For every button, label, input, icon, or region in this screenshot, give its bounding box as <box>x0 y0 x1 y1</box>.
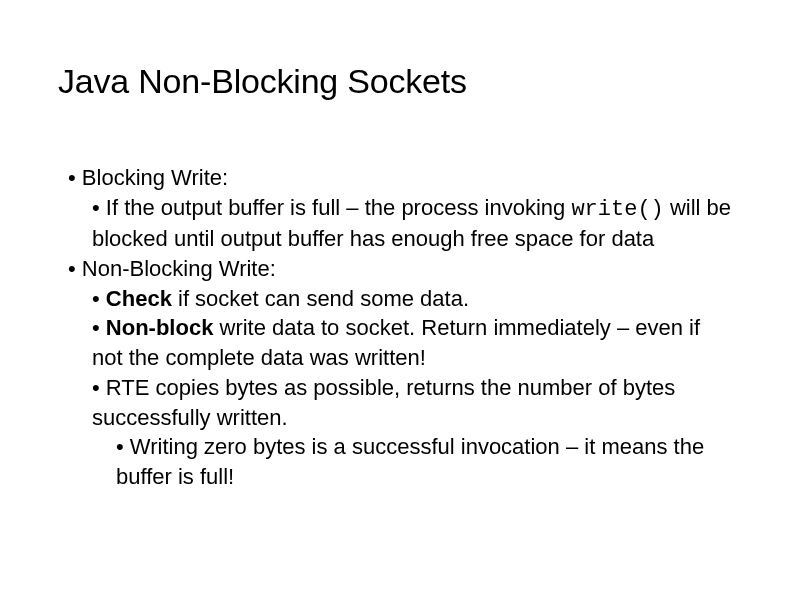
bullet-text: Non-Blocking Write: <box>82 256 276 281</box>
text-part: If the output buffer is full – the proce… <box>106 195 572 220</box>
text-part: if socket can send some data. <box>172 286 469 311</box>
slide-title: Java Non-Blocking Sockets <box>58 62 736 101</box>
bullet-check: Check if socket can send some data. <box>58 284 736 314</box>
bullet-zero-bytes: Writing zero bytes is a successful invoc… <box>58 432 736 491</box>
slide-body: Blocking Write: If the output buffer is … <box>58 163 736 492</box>
bullet-text: Writing zero bytes is a successful invoc… <box>116 434 704 489</box>
bullet-blocking-write: Blocking Write: <box>58 163 736 193</box>
code-write: write() <box>571 197 663 222</box>
bold-nonblock: Non-block <box>106 315 214 340</box>
bullet-nonblocking-write: Non-Blocking Write: <box>58 254 736 284</box>
bullet-rte: RTE copies bytes as possible, returns th… <box>58 373 736 432</box>
bullet-text: Blocking Write: <box>82 165 228 190</box>
bullet-blocking-write-detail: If the output buffer is full – the proce… <box>58 193 736 254</box>
bullet-text: RTE copies bytes as possible, returns th… <box>92 375 675 430</box>
bold-check: Check <box>106 286 172 311</box>
bullet-nonblock: Non-block write data to socket. Return i… <box>58 313 736 372</box>
